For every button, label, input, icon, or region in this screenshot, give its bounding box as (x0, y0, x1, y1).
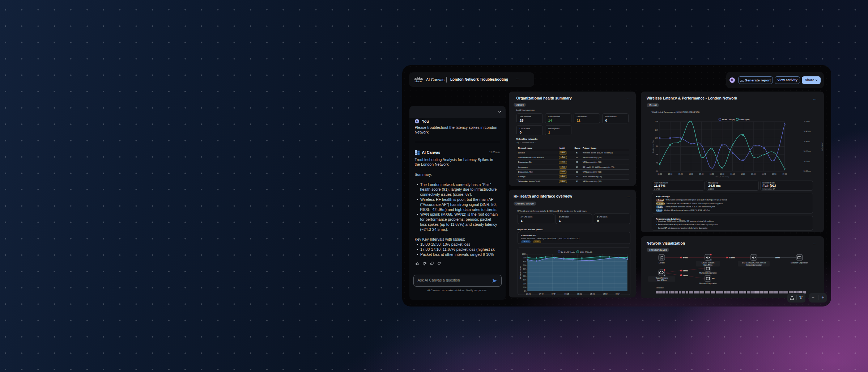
svg-text:70%: 70% (523, 264, 526, 266)
svg-text:16:00: 16:00 (720, 173, 724, 175)
svg-text:Target Network: Target Network (656, 277, 668, 279)
svg-text:30%: 30% (523, 279, 526, 281)
svg-text:100%: 100% (522, 253, 527, 255)
svg-text:9%: 9% (656, 145, 659, 147)
svg-text:Latency (ms): Latency (ms) (740, 118, 750, 120)
svg-text:18ms: 18ms (775, 257, 780, 259)
svg-text:08:36: 08:36 (590, 292, 595, 295)
svg-text:20%: 20% (523, 283, 526, 284)
svg-text:15:40: 15:40 (699, 173, 703, 175)
svg-text:15:30: 15:30 (689, 173, 693, 175)
svg-text:4: 4 (664, 274, 665, 276)
svg-text:98ms: 98ms (683, 270, 688, 272)
svg-text:17:00: 17:00 (782, 173, 787, 175)
svg-text:16:40: 16:40 (762, 173, 766, 175)
svg-text:Microsoft Corporation: Microsoft Corporation (746, 264, 762, 266)
svg-text:08:50: 08:50 (603, 292, 607, 295)
svg-text:6%: 6% (656, 170, 659, 172)
svg-text:90%: 90% (523, 257, 526, 259)
svg-text:09:04: 09:04 (616, 292, 620, 295)
svg-text:50%: 50% (523, 272, 526, 274)
svg-text:7%: 7% (656, 162, 659, 164)
svg-text:Packet Loss (%): Packet Loss (%) (722, 118, 735, 120)
svg-text:08:22: 08:22 (577, 292, 582, 295)
svg-text:12%: 12% (655, 121, 658, 122)
svg-text:60%: 60% (523, 268, 526, 270)
svg-text:2.4 GHz RF Health: 2.4 GHz RF Health (561, 251, 575, 253)
svg-text:Microsoft Corporation: Microsoft Corporation (699, 282, 717, 284)
svg-text:ae14-0.cor01.chi2.ntwk.msn.net: ae14-0.cor01.chi2.ntwk.msn.net (742, 262, 766, 264)
svg-text:74ms: 74ms (683, 274, 688, 276)
svg-text:8%: 8% (656, 154, 659, 156)
svg-text:Source Network: Source Network (702, 262, 715, 264)
svg-text:24.35 ms: 24.35 ms (804, 151, 811, 152)
svg-text:16:20: 16:20 (741, 173, 745, 175)
svg-text:08:08: 08:08 (564, 292, 569, 295)
svg-text:London: London (659, 262, 665, 264)
svg-text:15:20: 15:20 (678, 173, 683, 175)
svg-text:24.3 ms: 24.3 ms (804, 160, 810, 162)
svg-text:07:26: 07:26 (526, 292, 531, 295)
svg-text:24.5 ms: 24.5 ms (804, 121, 810, 122)
svg-text:24.25 ms: 24.25 ms (804, 170, 811, 172)
svg-text:07:40: 07:40 (539, 292, 543, 295)
svg-text:16:10: 16:10 (731, 173, 735, 175)
svg-text:16:50: 16:50 (772, 173, 776, 175)
svg-text:Latency (ms): Latency (ms) (821, 141, 823, 151)
svg-text:10%: 10% (655, 137, 658, 139)
svg-text:15:00: 15:00 (658, 173, 662, 175)
svg-text:16:30: 16:30 (751, 173, 756, 175)
svg-text:RF Health Score: RF Health Score (519, 266, 521, 278)
svg-text:5 GHz RF Health: 5 GHz RF Health (580, 251, 592, 253)
svg-text:ms: ms (712, 277, 715, 279)
svg-text:11%: 11% (655, 129, 659, 131)
svg-text:7: 7 (710, 259, 711, 261)
svg-text:40%: 40% (523, 275, 526, 277)
svg-text:Time (26 Jan 2026): Time (26 Jan 2026) (715, 176, 729, 178)
svg-text:Max: 178ms: Max: 178ms (657, 279, 667, 281)
svg-text:Microsoft Corporation: Microsoft Corporation (791, 262, 808, 264)
svg-text:15:50: 15:50 (710, 173, 714, 175)
svg-text:0%: 0% (524, 290, 527, 292)
svg-text:Packet Loss (%): Packet Loss (%) (652, 140, 654, 152)
svg-text:80%: 80% (523, 261, 526, 262)
svg-text:07:54: 07:54 (552, 292, 556, 295)
svg-text:10%: 10% (523, 286, 526, 288)
svg-text:84ms: 84ms (683, 257, 688, 259)
svg-text:Microsoft Corporation: Microsoft Corporation (699, 272, 717, 274)
svg-text:24.45 ms: 24.45 ms (804, 131, 811, 132)
svg-text:24.4 ms: 24.4 ms (804, 140, 810, 142)
svg-text:cisco: cisco (415, 80, 422, 83)
svg-text:15:10: 15:10 (668, 173, 672, 175)
svg-text:178ms: 178ms (729, 257, 735, 259)
